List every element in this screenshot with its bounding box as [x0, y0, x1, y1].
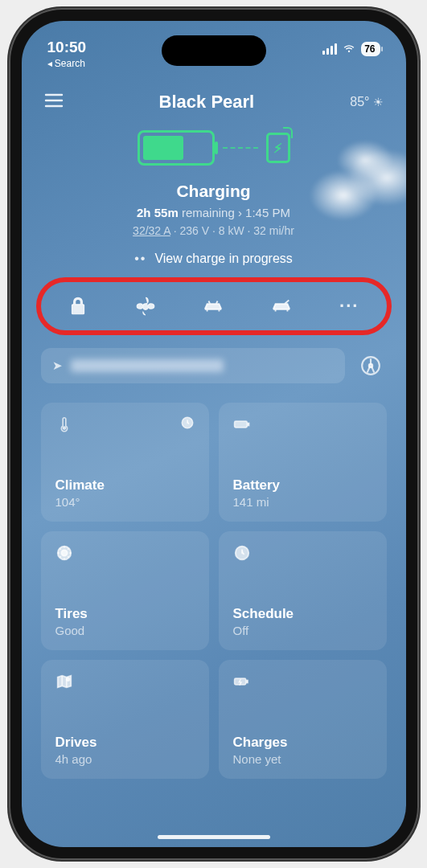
cloud-decoration — [285, 133, 406, 222]
progress-dots-icon: •• — [134, 252, 146, 265]
svg-rect-8 — [248, 423, 249, 425]
more-actions-button[interactable]: ··· — [333, 290, 365, 322]
home-indicator[interactable] — [158, 835, 270, 839]
battery-outline-icon — [233, 416, 251, 436]
svg-point-12 — [66, 678, 69, 681]
cell-signal-icon — [322, 43, 337, 55]
battery-icon — [138, 130, 215, 166]
redacted-address — [71, 359, 224, 372]
climate-card[interactable]: Climate 104° — [41, 403, 209, 522]
clock-icon — [233, 544, 251, 565]
climate-fan-button[interactable] — [129, 290, 162, 322]
sun-icon: ☀︎ — [373, 96, 384, 108]
menu-button[interactable] — [44, 92, 64, 112]
charging-details[interactable]: 32/32 A · 236 V · 8 kW · 32 mi/hr — [22, 224, 406, 237]
wifi-icon — [342, 42, 356, 56]
location-input[interactable]: ➤ — [41, 348, 345, 383]
frunk-button[interactable] — [197, 290, 229, 322]
status-time: 10:50 — [47, 39, 87, 56]
schedule-card[interactable]: Schedule Off — [219, 531, 387, 650]
navigate-button[interactable] — [355, 350, 387, 382]
svg-point-10 — [61, 550, 67, 555]
lock-button[interactable] — [62, 290, 94, 322]
charger-icon: ⚡︎ — [266, 133, 290, 163]
charge-bolt-icon — [233, 673, 251, 694]
drives-card[interactable]: Drives 4h ago — [41, 660, 209, 779]
battery-status-icon: 76 — [361, 42, 380, 56]
dynamic-island — [162, 35, 266, 66]
clock-icon — [180, 416, 195, 436]
vehicle-name[interactable]: Black Pearl — [159, 92, 255, 113]
charges-card[interactable]: Charges None yet — [219, 660, 387, 779]
back-to-search[interactable]: ◂ Search — [47, 58, 87, 69]
view-charge-link[interactable]: ••View charge in progress — [22, 252, 406, 266]
location-arrow-icon: ➤ — [52, 358, 63, 373]
tire-icon — [55, 544, 73, 565]
svg-rect-14 — [246, 680, 248, 682]
trunk-button[interactable] — [265, 290, 298, 322]
svg-point-5 — [63, 427, 66, 430]
weather-display[interactable]: 85°☀︎ — [350, 95, 383, 109]
tires-card[interactable]: Tires Good — [41, 531, 209, 650]
svg-rect-7 — [234, 421, 247, 428]
thermometer-icon — [55, 416, 73, 436]
map-icon — [55, 673, 73, 694]
battery-card[interactable]: Battery 141 mi — [219, 403, 387, 522]
quick-action-row: ··· — [41, 284, 387, 329]
